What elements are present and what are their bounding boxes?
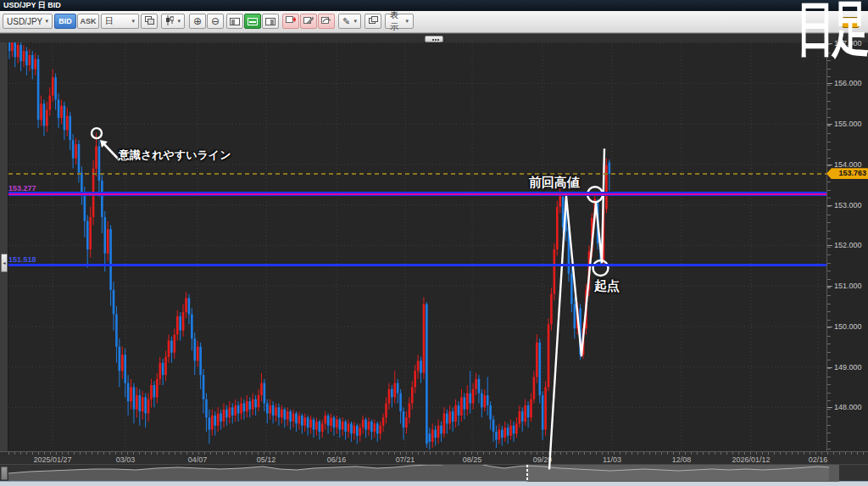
price-tick — [827, 367, 832, 368]
ask-button[interactable]: ASK — [77, 14, 99, 29]
period-select[interactable]: 日 ▾ — [101, 14, 139, 29]
curve-tool-icon — [321, 16, 331, 27]
price-tick — [827, 124, 832, 125]
price-label: 155.000 — [834, 120, 862, 128]
price-label: 152.000 — [834, 241, 862, 249]
candlestick-plot — [8, 42, 826, 451]
zoom-in-button[interactable]: ⊕ — [189, 14, 206, 29]
add-chart-icon — [286, 16, 296, 27]
current-price-tag: 153.763 — [826, 168, 868, 179]
curve-tool-button[interactable] — [318, 14, 335, 29]
date-label: 05/12 — [257, 455, 276, 464]
edit-chart-icon — [303, 16, 314, 27]
chart-canvas[interactable]: 153.277151.518意識されやすいライン前回高値起点 — [8, 42, 826, 451]
horizontal-line-153.277[interactable] — [8, 192, 826, 196]
annotation-note: 意識されやすいライン — [119, 148, 231, 163]
date-label: 06/16 — [327, 455, 347, 464]
date-label: 02/16 — [809, 455, 828, 464]
price-tick — [827, 83, 832, 84]
chart-type-button[interactable]: ▾ — [161, 14, 185, 29]
pane-split-button[interactable] — [244, 14, 261, 29]
zoom-out-button[interactable]: ⊖ — [207, 14, 224, 29]
minimap-scrollbar[interactable] — [0, 464, 868, 481]
zoom-in-icon: ⊕ — [193, 16, 202, 26]
compare-button[interactable] — [141, 14, 158, 29]
price-label: 154.000 — [834, 160, 862, 169]
annotation-previous-high: 前回高値 — [529, 175, 580, 191]
left-scroll-strip: ◂ — [0, 42, 8, 464]
price-tick — [827, 245, 832, 246]
date-label: 04/07 — [188, 455, 208, 464]
line-price-label: 153.277 — [8, 184, 36, 193]
chevron-down-icon: ▾ — [177, 18, 181, 25]
window-title-bar: USD/JPY 日 BID — [0, 0, 868, 11]
zoom-out-icon: ⊖ — [211, 16, 220, 26]
popout-button[interactable] — [364, 14, 381, 29]
add-chart-button[interactable] — [282, 14, 299, 29]
pencil-icon: ✎ — [342, 17, 350, 26]
date-label: 07/21 — [396, 455, 415, 464]
price-tick — [827, 165, 832, 165]
line-price-label: 151.518 — [8, 255, 36, 264]
draw-tool-button[interactable]: ✎ ▾ — [338, 14, 361, 29]
price-label: 148.000 — [834, 403, 862, 411]
minimap-chart — [0, 465, 868, 482]
compare-icon — [145, 16, 154, 26]
annotation-origin: 起点 — [594, 278, 620, 294]
pane-split-icon — [248, 18, 258, 25]
chevron-down-icon: ▾ — [353, 18, 357, 25]
chevron-down-icon: ▾ — [405, 18, 409, 25]
pane-right-button[interactable] — [262, 14, 279, 29]
price-label: 149.000 — [834, 363, 862, 371]
edit-chart-button[interactable] — [300, 14, 317, 29]
display-menu-button[interactable]: 表示 ▾ — [385, 14, 414, 29]
left-panel-handle[interactable]: ◂ — [1, 254, 8, 272]
timeframe-overlay: 日足 — [797, 0, 868, 64]
price-tick — [827, 407, 832, 408]
horizontal-line-151.518[interactable] — [8, 264, 826, 266]
price-label: 156.000 — [834, 79, 862, 87]
date-label: 2025/01/27 — [33, 455, 71, 464]
chevron-down-icon: ▾ — [131, 18, 135, 25]
date-label: 12/08 — [672, 455, 692, 464]
date-label: 08/25 — [463, 455, 482, 464]
price-axis[interactable]: 157.000156.000155.000154.000153.000152.0… — [826, 42, 868, 451]
current-price-line — [8, 173, 826, 175]
date-label: 11/03 — [603, 455, 621, 464]
top-splitter — [0, 33, 868, 42]
bid-button[interactable]: BID — [54, 14, 76, 29]
price-tick — [827, 286, 832, 287]
trading-app-window: USD/JPY 日 BID USD/JPY ▾ BID ASK 日 ▾ ▾ — [0, 0, 868, 486]
date-label: 2026/01/12 — [732, 455, 770, 464]
popout-icon — [369, 16, 378, 26]
pane-right-icon — [265, 18, 275, 25]
pane-left-button[interactable] — [226, 14, 243, 29]
minimap-left-handle[interactable] — [1, 466, 8, 480]
splitter-collapse-handle[interactable] — [425, 36, 443, 42]
time-axis[interactable]: 2025/01/2703/0304/0705/1206/1607/2108/25… — [0, 451, 868, 464]
price-tick — [827, 205, 832, 206]
price-tick — [827, 327, 832, 327]
symbol-select[interactable]: USD/JPY ▾ — [3, 14, 53, 29]
price-label: 153.000 — [834, 201, 862, 209]
candlestick-icon — [165, 15, 174, 27]
chevron-down-icon: ▾ — [45, 18, 48, 25]
window-title: USD/JPY 日 BID — [3, 1, 61, 9]
pane-left-icon — [230, 18, 240, 25]
price-label: 150.000 — [834, 322, 862, 331]
price-label: 151.000 — [834, 282, 862, 290]
toolbar: USD/JPY ▾ BID ASK 日 ▾ ▾ ⊕ ⊖ — [0, 11, 868, 33]
date-label: 03/03 — [116, 455, 136, 464]
